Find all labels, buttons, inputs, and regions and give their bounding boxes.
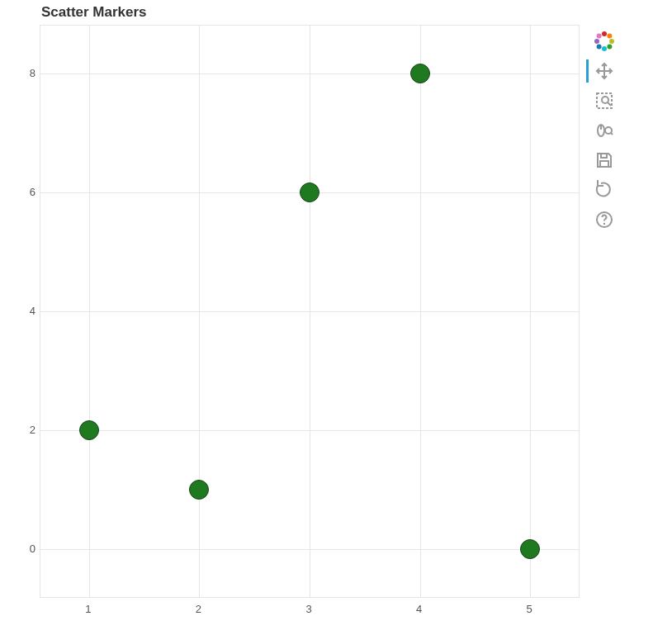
wheel-zoom-tool[interactable] — [591, 117, 618, 144]
svg-point-4 — [602, 46, 607, 51]
scatter-marker — [79, 420, 99, 440]
box-zoom-icon — [594, 91, 614, 111]
svg-rect-17 — [601, 154, 607, 158]
svg-point-7 — [597, 34, 602, 39]
scatter-marker — [189, 480, 209, 500]
scatter-marker — [300, 182, 319, 202]
x-tick-label: 3 — [305, 603, 311, 615]
wheel-zoom-icon — [594, 121, 614, 140]
gridline-horizontal — [40, 549, 579, 550]
svg-point-5 — [597, 44, 602, 49]
save-icon — [594, 150, 614, 170]
svg-point-11 — [602, 97, 608, 103]
svg-point-2 — [609, 39, 614, 44]
svg-point-6 — [594, 39, 599, 44]
scatter-marker — [410, 64, 430, 83]
y-tick-label: 4 — [21, 305, 35, 317]
chart-title: Scatter Markers — [41, 4, 147, 21]
svg-point-1 — [607, 34, 612, 39]
reset-icon — [594, 180, 614, 200]
gridline-horizontal — [40, 430, 579, 431]
gridline-horizontal — [40, 311, 579, 312]
plot-toolbar — [588, 25, 621, 236]
x-tick-label: 4 — [416, 603, 422, 615]
help-icon — [594, 210, 614, 230]
y-tick-label: 8 — [21, 66, 35, 78]
move-icon — [594, 61, 614, 81]
bokeh-logo-icon[interactable] — [591, 28, 618, 54]
help-tool[interactable] — [591, 206, 618, 233]
y-tick-label: 0 — [21, 543, 35, 555]
svg-point-3 — [607, 44, 612, 49]
box-zoom-tool[interactable] — [591, 88, 618, 114]
svg-line-16 — [611, 133, 613, 135]
svg-rect-18 — [600, 161, 608, 167]
svg-point-20 — [603, 223, 605, 225]
x-tick-label: 2 — [196, 603, 201, 615]
svg-point-0 — [602, 31, 607, 36]
x-tick-label: 5 — [527, 603, 532, 615]
pan-tool[interactable] — [591, 58, 618, 84]
plot-area[interactable] — [40, 25, 580, 598]
gridline-horizontal — [40, 73, 579, 74]
reset-tool[interactable] — [591, 177, 618, 203]
scatter-marker — [520, 539, 540, 559]
chart-stage: Scatter Markers — [0, 0, 672, 635]
y-tick-label: 2 — [21, 424, 35, 436]
svg-rect-10 — [597, 93, 612, 108]
svg-line-12 — [608, 102, 611, 106]
x-tick-label: 1 — [85, 603, 91, 615]
save-tool[interactable] — [591, 147, 618, 173]
y-tick-label: 6 — [21, 185, 35, 197]
